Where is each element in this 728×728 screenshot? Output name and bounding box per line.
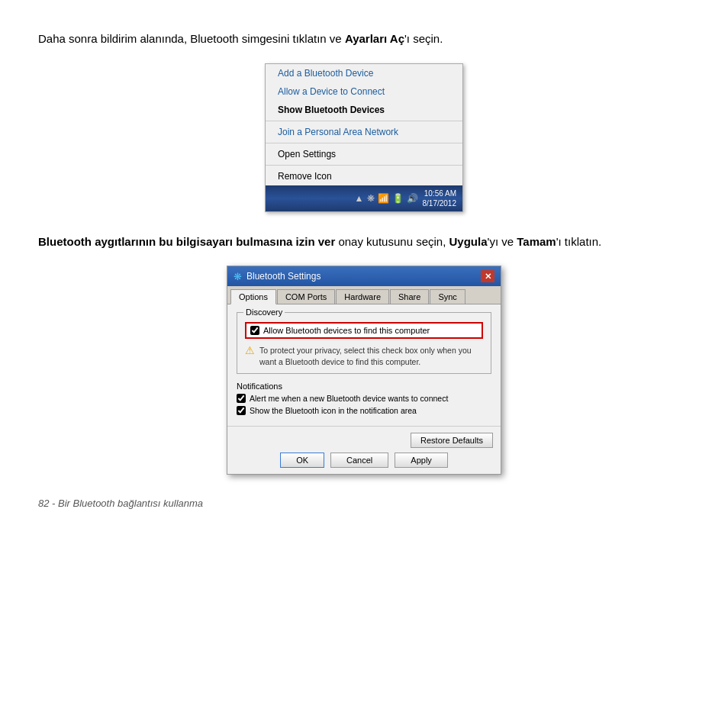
ok-cancel-row: OK Cancel Apply bbox=[235, 453, 493, 468]
second-rest: onay kutusunu seçin, bbox=[335, 235, 449, 248]
notification-checkbox-row: Alert me when a new Bluetooth device wan… bbox=[237, 394, 491, 403]
bluetooth-settings-dialog: ❋ Bluetooth Settings ✕ Options COM Ports… bbox=[227, 266, 501, 475]
bluetooth-title-icon: ❋ bbox=[234, 271, 242, 282]
menu-divider-1 bbox=[266, 121, 462, 121]
tab-sync[interactable]: Sync bbox=[430, 289, 465, 304]
intro-text-after: 'ı seçin. bbox=[404, 32, 443, 45]
taskbar-arrow-icon: ▲ bbox=[355, 193, 364, 204]
tab-com-ports[interactable]: COM Ports bbox=[277, 289, 335, 304]
dialog-body: Discovery Allow Bluetooth devices to fin… bbox=[227, 304, 501, 426]
menu-item-join-network[interactable]: Join a Personal Area Network bbox=[266, 123, 462, 141]
warning-row: ⚠ To protect your privacy, select this c… bbox=[245, 345, 483, 367]
dialog-title: Bluetooth Settings bbox=[246, 271, 321, 282]
notifications-label: Notifications bbox=[237, 382, 491, 391]
taskbar-clock: 10:56 AM bbox=[423, 188, 457, 198]
menu-item-add-bluetooth[interactable]: Add a Bluetooth Device bbox=[266, 64, 462, 82]
discovery-checkbox-label: Allow Bluetooth devices to find this com… bbox=[263, 326, 430, 335]
second-end: 'ı tıklatın. bbox=[556, 235, 602, 248]
show-icon-checkbox-row: Show the Bluetooth icon in the notificat… bbox=[237, 406, 491, 415]
intro-bold: Ayarları Aç bbox=[345, 32, 404, 45]
tab-options[interactable]: Options bbox=[230, 289, 276, 304]
taskbar-battery-icon: 🔋 bbox=[392, 193, 404, 204]
apply-button[interactable]: Apply bbox=[395, 453, 448, 468]
context-menu: Add a Bluetooth Device Allow a Device to… bbox=[265, 63, 463, 212]
restore-defaults-button[interactable]: Restore Defaults bbox=[411, 433, 493, 448]
dialog-footer: Restore Defaults OK Cancel Apply bbox=[227, 426, 501, 474]
tab-hardware[interactable]: Hardware bbox=[336, 289, 389, 304]
second-paragraph: Bluetooth aygıtlarının bu bilgisayarı bu… bbox=[38, 234, 690, 251]
taskbar-signal-icon: 📶 bbox=[378, 193, 389, 204]
discovery-checkbox-row: Allow Bluetooth devices to find this com… bbox=[245, 322, 483, 339]
tab-share[interactable]: Share bbox=[390, 289, 429, 304]
taskbar-strip: ▲ ❋ 📶 🔋 🔊 10:56 AM 8/17/2012 bbox=[266, 185, 462, 211]
dialog-tabs: Options COM Ports Hardware Share Sync bbox=[227, 286, 501, 304]
intro-paragraph: Daha sonra bildirim alanında, Bluetooth … bbox=[38, 31, 690, 48]
tamam-bold: Tamam bbox=[517, 235, 556, 248]
intro-text-before: Daha sonra bildirim alanında, Bluetooth … bbox=[38, 32, 345, 45]
discovery-checkbox[interactable] bbox=[250, 326, 259, 335]
restore-row: Restore Defaults bbox=[235, 433, 493, 448]
second-bold: Bluetooth aygıtlarının bu bilgisayarı bu… bbox=[38, 235, 335, 248]
dialog-close-button[interactable]: ✕ bbox=[481, 270, 494, 282]
menu-item-show-devices[interactable]: Show Bluetooth Devices bbox=[266, 101, 462, 119]
taskbar-date: 8/17/2012 bbox=[423, 198, 457, 208]
discovery-group: Discovery Allow Bluetooth devices to fin… bbox=[237, 312, 491, 374]
warning-text: To protect your privacy, select this che… bbox=[259, 345, 483, 367]
dialog-container: ❋ Bluetooth Settings ✕ Options COM Ports… bbox=[38, 266, 690, 475]
dialog-titlebar: ❋ Bluetooth Settings ✕ bbox=[227, 266, 501, 286]
footer-text: 82 - Bir Bluetooth bağlantısı kullanma bbox=[38, 498, 690, 509]
taskbar-volume-icon: 🔊 bbox=[407, 193, 418, 204]
taskbar-bluetooth-icon: ❋ bbox=[367, 193, 375, 204]
menu-divider-3 bbox=[266, 165, 462, 166]
second-mid: 'yı ve bbox=[488, 235, 517, 248]
notification-checkbox[interactable] bbox=[237, 394, 246, 403]
notification-label: Alert me when a new Bluetooth device wan… bbox=[250, 394, 448, 403]
titlebar-left: ❋ Bluetooth Settings bbox=[234, 271, 321, 282]
taskbar-time: 10:56 AM 8/17/2012 bbox=[423, 188, 457, 208]
ok-button[interactable]: OK bbox=[280, 453, 324, 468]
uygula-bold: Uygula bbox=[449, 235, 488, 248]
taskbar-icons: ▲ ❋ 📶 🔋 🔊 bbox=[355, 193, 418, 204]
menu-divider-2 bbox=[266, 143, 462, 143]
context-menu-screenshot: Add a Bluetooth Device Allow a Device to… bbox=[38, 63, 690, 212]
show-icon-checkbox[interactable] bbox=[237, 406, 246, 415]
discovery-label: Discovery bbox=[243, 308, 285, 317]
menu-item-open-settings[interactable]: Open Settings bbox=[266, 145, 462, 163]
warning-icon: ⚠ bbox=[245, 344, 255, 356]
cancel-button[interactable]: Cancel bbox=[330, 453, 388, 468]
menu-item-remove-icon[interactable]: Remove Icon bbox=[266, 167, 462, 185]
show-icon-label: Show the Bluetooth icon in the notificat… bbox=[250, 406, 417, 415]
menu-item-allow-connect[interactable]: Allow a Device to Connect bbox=[266, 82, 462, 101]
